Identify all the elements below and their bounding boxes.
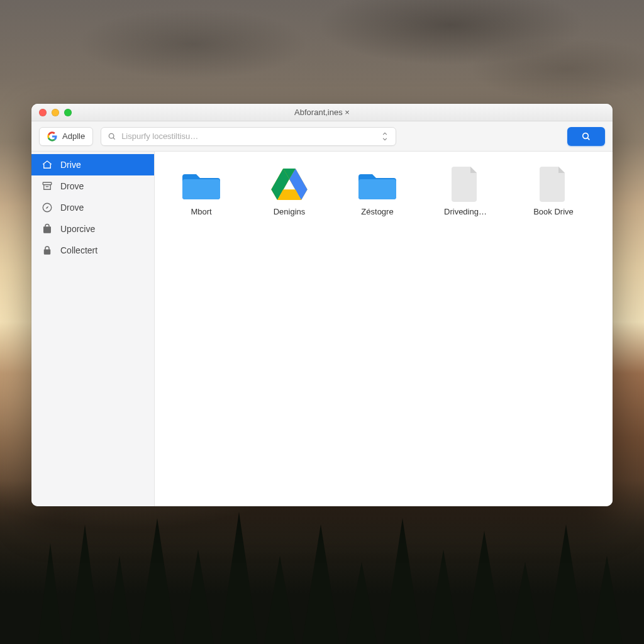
file-label: Mbort	[191, 207, 211, 216]
sidebar-item-label: Drove	[60, 181, 84, 191]
drive-icon	[269, 167, 309, 202]
file-label: Driveding…	[444, 207, 487, 216]
sidebar-item-label: Drive	[60, 160, 81, 170]
svg-marker-12	[509, 562, 541, 644]
archive-icon	[42, 180, 53, 192]
compass-icon	[42, 202, 53, 213]
svg-marker-4	[182, 550, 214, 644]
folder-icon	[357, 167, 397, 202]
folder-icon	[181, 167, 221, 202]
file-label: Zéstogre	[361, 207, 393, 216]
search-icon	[581, 131, 591, 142]
toolbar: Adplle	[31, 121, 613, 152]
sidebar-item-label: Collectert	[60, 245, 97, 255]
svg-rect-19	[43, 182, 52, 185]
sidebar-item-label: Drove	[60, 203, 84, 213]
svg-marker-14	[591, 556, 623, 644]
file-label: Denigins	[274, 207, 306, 216]
window-body: DriveDroveDroveUporciveCollectert MbortD…	[31, 152, 613, 506]
svg-marker-1	[69, 525, 101, 644]
svg-marker-22	[46, 206, 49, 209]
titlebar[interactable]: Abforant,ines ×	[31, 104, 613, 121]
window-title: Abforant,ines ×	[31, 108, 613, 117]
window-controls	[31, 109, 72, 116]
svg-marker-0	[38, 543, 63, 644]
svg-marker-9	[384, 518, 421, 644]
sidebar-item-drove[interactable]: Drove	[31, 197, 154, 218]
document-icon	[533, 167, 574, 202]
home-icon	[42, 159, 53, 170]
svg-marker-6	[264, 556, 296, 644]
file-item[interactable]: Book Drive	[522, 164, 585, 219]
svg-point-15	[109, 133, 114, 138]
account-button[interactable]: Adplle	[39, 127, 93, 146]
search-field[interactable]	[101, 127, 396, 146]
document-icon	[445, 167, 486, 202]
search-input[interactable]	[121, 131, 375, 141]
svg-marker-8	[346, 562, 377, 644]
account-label: Adplle	[62, 131, 85, 141]
sidebar-item-drive[interactable]: Drive	[31, 154, 154, 175]
updown-icon[interactable]	[380, 131, 389, 142]
lock-icon	[42, 245, 53, 256]
close-window-button[interactable]	[39, 109, 47, 116]
file-label: Book Drive	[533, 207, 574, 216]
svg-line-16	[113, 137, 115, 139]
google-g-icon	[47, 131, 57, 142]
svg-marker-7	[302, 525, 340, 644]
zoom-window-button[interactable]	[64, 109, 72, 116]
sidebar-item-drove[interactable]: Drove	[31, 175, 154, 197]
file-item[interactable]: Denigins	[258, 164, 321, 219]
svg-marker-3	[138, 518, 176, 644]
sidebar-item-uporcive[interactable]: Uporcive	[31, 218, 154, 240]
file-item[interactable]: Mbort	[170, 164, 233, 219]
search-icon	[108, 132, 116, 141]
svg-line-18	[587, 138, 589, 140]
svg-marker-2	[107, 556, 132, 644]
content-area[interactable]: MbortDeniginsZéstogreDriveding…Book Driv…	[155, 152, 613, 506]
minimize-window-button[interactable]	[52, 109, 59, 116]
svg-marker-13	[547, 525, 585, 644]
svg-point-17	[583, 133, 589, 138]
svg-marker-11	[465, 531, 503, 644]
svg-marker-10	[428, 550, 459, 644]
search-button[interactable]	[567, 127, 605, 146]
sidebar: DriveDroveDroveUporciveCollectert	[31, 152, 155, 506]
bag-icon	[42, 223, 53, 235]
file-item[interactable]: Zéstogre	[346, 164, 409, 219]
sidebar-item-collectert[interactable]: Collectert	[31, 240, 154, 261]
sidebar-item-label: Uporcive	[60, 224, 95, 234]
desktop-wallpaper: Abforant,ines × Adplle	[0, 0, 644, 644]
svg-marker-5	[220, 512, 258, 644]
app-window: Abforant,ines × Adplle	[31, 104, 613, 506]
file-item[interactable]: Driveding…	[434, 164, 497, 219]
